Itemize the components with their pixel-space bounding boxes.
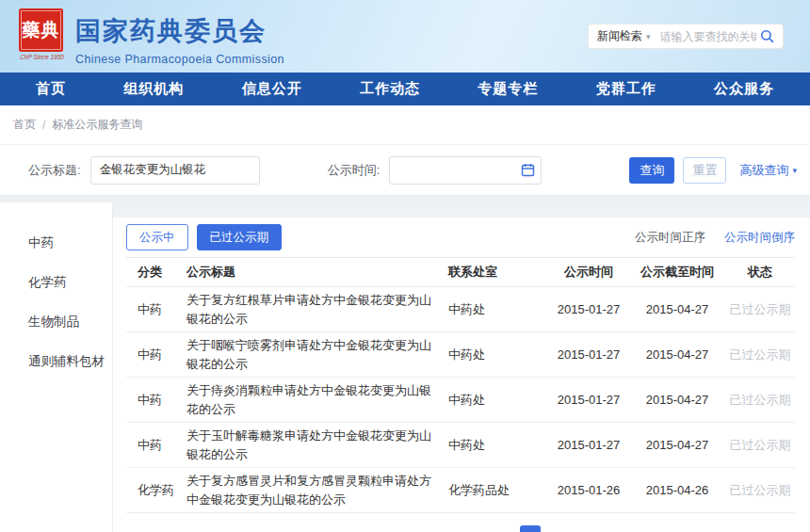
nav-item-party-work[interactable]: 党群工作: [589, 80, 664, 98]
notice-time-label: 公示时间:: [328, 162, 381, 179]
search-category-label: 新闻检索: [597, 28, 642, 44]
row-end-date: 2015-04-27: [629, 438, 725, 452]
nav-item-home[interactable]: 首页: [28, 80, 73, 98]
row-category: 中药: [126, 392, 186, 409]
breadcrumb: 首页 / 标准公示服务查询: [0, 105, 810, 145]
row-end-date: 2015-04-27: [629, 302, 725, 316]
notice-title-label: 公示标题:: [28, 162, 81, 179]
search-icon[interactable]: [760, 29, 774, 43]
row-end-date: 2015-04-27: [629, 347, 725, 362]
query-button[interactable]: 查询: [629, 157, 674, 184]
table-row: 中药 关于痔炎消颗粒申请处方中金银花变更为山银花的公示 中药处 2015-01-…: [126, 378, 795, 423]
site-logo[interactable]: 藥典 ChP Since 1950: [19, 8, 65, 63]
table-row: 中药 关于复方红根草片申请处方中金银花变更为山银花的公示 中药处 2015-01…: [126, 287, 795, 332]
row-publish-date: 2015-01-27: [548, 347, 629, 362]
table-row: 中药 关于咽喉宁喷雾剂申请处方中金银花变更为山银花的公示 中药处 2015-01…: [126, 332, 795, 378]
sidebar-item-biologics[interactable]: 生物制品: [0, 302, 112, 342]
tabs-row: 公示中 已过公示期 公示时间正序 公示时间倒序: [113, 218, 810, 257]
section-divider: [0, 195, 810, 202]
col-end-date: 公示截至时间: [629, 264, 725, 281]
chevron-down-icon: ▾: [792, 166, 797, 175]
row-category: 化学药: [126, 482, 186, 499]
row-office: 化学药品处: [448, 482, 548, 499]
page-button-5[interactable]: 5: [497, 529, 504, 532]
col-category: 分类: [126, 264, 186, 281]
filter-bar: 公示标题: 公示时间: 查询 重置 高级查询 ▾: [0, 145, 810, 195]
pharmacopoeia-seal-icon: 藥典: [19, 8, 63, 52]
row-office: 中药处: [448, 437, 548, 454]
lower-section: 中药 化学药 生物制品 通则辅料包材 公示中 已过公示期 公示时间正序 公示时间…: [0, 202, 810, 532]
nav-item-public-service[interactable]: 公众服务: [706, 80, 782, 98]
col-publish-date: 公示时间: [548, 264, 629, 281]
row-status: 已过公示期: [725, 392, 795, 409]
page-button-3[interactable]: 3: [442, 529, 448, 532]
tab-expired[interactable]: 已过公示期: [197, 224, 283, 250]
row-category: 中药: [126, 437, 186, 454]
row-end-date: 2015-04-26: [629, 483, 725, 497]
calendar-icon[interactable]: [521, 163, 535, 177]
breadcrumb-separator: /: [42, 119, 45, 132]
notice-title-input[interactable]: [90, 156, 260, 185]
row-status: 已过公示期: [725, 301, 795, 318]
category-sidebar: 中药 化学药 生物制品 通则辅料包材: [0, 202, 113, 532]
site-title: 国家药典委员会: [75, 14, 284, 48]
row-title-link[interactable]: 关于复方感冒灵片和复方感冒灵颗粒申请处方中金银花变更为山银花的公示: [186, 472, 448, 508]
row-title-link[interactable]: 关于复方红根草片申请处方中金银花变更为山银花的公示: [186, 291, 448, 328]
row-end-date: 2015-04-27: [629, 393, 725, 407]
chevron-down-icon: ▾: [646, 32, 651, 41]
seal-caption: ChP Since 1950: [19, 54, 65, 60]
main-content: 公示中 已过公示期 公示时间正序 公示时间倒序 分类 公示标题 联系处室 公示时…: [113, 202, 810, 532]
page-button-4[interactable]: 4: [470, 529, 477, 532]
col-office: 联系处室: [448, 264, 548, 281]
row-office: 中药处: [448, 392, 548, 409]
notice-time-input[interactable]: [389, 156, 542, 185]
row-title-link[interactable]: 关于咽喉宁喷雾剂申请处方中金银花变更为山银花的公示: [186, 336, 448, 373]
row-title-link[interactable]: 关于痔炎消颗粒申请处方中金银花变更为山银花的公示: [186, 381, 448, 418]
brand-block: 国家药典委员会 Chinese Pharmacopoeia Commission: [75, 14, 284, 66]
row-office: 中药处: [448, 301, 548, 318]
row-publish-date: 2015-01-27: [548, 438, 629, 452]
breadcrumb-home-link[interactable]: 首页: [13, 117, 36, 133]
row-publish-date: 2015-01-27: [548, 393, 629, 407]
sort-links: 公示时间正序 公示时间倒序: [635, 230, 795, 246]
nav-item-organization[interactable]: 组织机构: [116, 80, 191, 98]
site-subtitle: Chinese Pharmacopoeia Commission: [75, 53, 284, 66]
sort-time-asc-link[interactable]: 公示时间正序: [635, 230, 705, 246]
row-publish-date: 2015-01-27: [548, 302, 629, 316]
row-category: 中药: [126, 347, 186, 363]
page-button-1[interactable]: 1: [387, 529, 394, 532]
row-category: 中药: [126, 301, 186, 318]
notices-table: 分类 公示标题 联系处室 公示时间 公示截至时间 状态 中药 关于复方红根草片申…: [126, 257, 795, 513]
header-search-box: 新闻检索 ▾: [588, 24, 784, 49]
table-header-row: 分类 公示标题 联系处室 公示时间 公示截至时间 状态: [126, 258, 795, 287]
advanced-query-label: 高级查询: [739, 162, 788, 179]
search-category-select[interactable]: 新闻检索 ▾: [597, 28, 651, 44]
row-office: 中药处: [448, 347, 548, 363]
row-status: 已过公示期: [725, 437, 795, 454]
sidebar-item-chemical[interactable]: 化学药: [0, 263, 112, 302]
row-title-link[interactable]: 关于玉叶解毒糖浆申请处方中金银花变更为山银花的公示: [186, 427, 448, 463]
search-input[interactable]: [660, 30, 756, 43]
row-status: 已过公示期: [725, 347, 795, 363]
col-status: 状态: [725, 264, 795, 281]
table-row: 中药 关于玉叶解毒糖浆申请处方中金银花变更为山银花的公示 中药处 2015-01…: [126, 423, 795, 468]
nav-item-info-disclosure[interactable]: 信息公开: [235, 80, 310, 98]
row-publish-date: 2015-01-26: [548, 483, 629, 497]
col-title: 公示标题: [186, 263, 448, 282]
tab-ongoing[interactable]: 公示中: [126, 224, 188, 250]
advanced-query-button[interactable]: 高级查询 ▾: [739, 162, 797, 179]
sidebar-item-tcm[interactable]: 中药: [0, 223, 112, 263]
nav-item-special-topics[interactable]: 专题专栏: [470, 80, 545, 98]
notice-time-field: [389, 156, 542, 185]
reset-button[interactable]: 重置: [683, 157, 726, 184]
table-row: 化学药 关于复方感冒灵片和复方感冒灵颗粒申请处方中金银花变更为山银花的公示 化学…: [126, 468, 795, 513]
breadcrumb-current: 标准公示服务查询: [52, 117, 142, 133]
nav-item-work-news[interactable]: 工作动态: [352, 80, 428, 98]
page: 藥典 ChP Since 1950 国家药典委员会 Chinese Pharma…: [0, 0, 810, 532]
page-button-2[interactable]: 2: [414, 529, 421, 532]
site-header: 藥典 ChP Since 1950 国家药典委员会 Chinese Pharma…: [0, 0, 810, 73]
sort-time-desc-link[interactable]: 公示时间倒序: [724, 230, 795, 246]
page-button-6-active[interactable]: 6: [520, 525, 541, 532]
sidebar-item-excipients[interactable]: 通则辅料包材: [0, 342, 112, 381]
filter-actions: 查询 重置 高级查询 ▾: [629, 157, 797, 184]
